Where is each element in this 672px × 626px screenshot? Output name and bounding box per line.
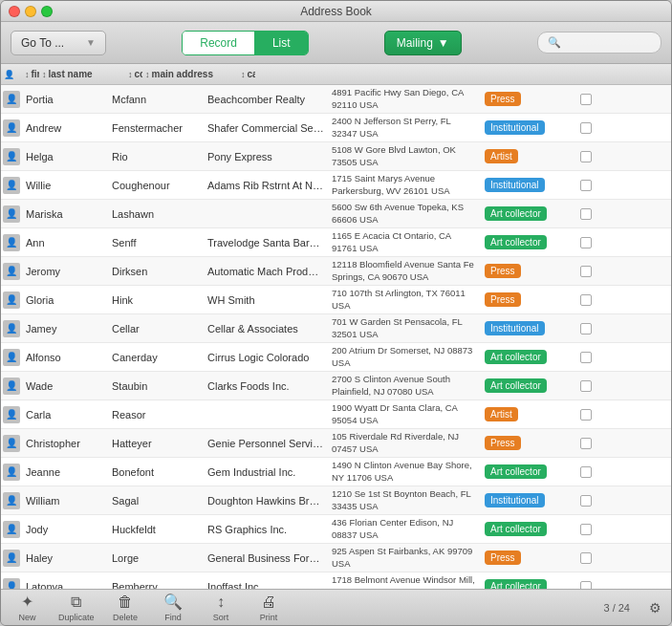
row-checkbox[interactable] xyxy=(580,552,592,564)
th-lastname[interactable]: ↕ last name xyxy=(39,69,125,79)
th-company[interactable]: ↕ company xyxy=(125,69,142,79)
table-row[interactable]: 👤AndrewFenstermacherShafer Commercial Se… xyxy=(1,114,671,142)
cell-category: Artist xyxy=(481,405,576,423)
cell-lastname: Huckfeldt xyxy=(108,522,204,537)
cell-category: Press xyxy=(481,434,576,452)
cell-category: Art collector xyxy=(481,348,576,366)
row-checkbox[interactable] xyxy=(580,352,592,363)
list-button[interactable]: List xyxy=(255,32,308,54)
row-checkbox[interactable] xyxy=(580,208,592,220)
cell-firstname: Andrew xyxy=(22,120,108,136)
avatar-cell: 👤 xyxy=(1,576,22,590)
cell-lastname: Bonefont xyxy=(108,464,204,480)
table-row[interactable]: 👤AnnSenffTravelodge Santa Barbara Beach1… xyxy=(1,228,671,257)
cell-checkbox xyxy=(576,235,596,250)
row-checkbox[interactable] xyxy=(580,466,592,478)
cell-address: 105 Riverdale Rd Riverdale, NJ 07457 USA xyxy=(328,429,481,457)
row-checkbox[interactable] xyxy=(580,438,592,449)
table-row[interactable]: 👤AlfonsoCanerdayCirrus Logic Colorado200… xyxy=(1,343,671,372)
table-row[interactable]: 👤GloriaHinkWH Smith710 107th St Arlingto… xyxy=(1,286,671,314)
new-label: New xyxy=(18,613,35,622)
statusbar: ✦ New ⧉ Duplicate 🗑 Delete 🔍 Find ↕ Sort… xyxy=(1,589,671,625)
record-button[interactable]: Record xyxy=(183,32,255,54)
table-row[interactable]: 👤JeanneBonefontGem Industrial Inc.1490 N… xyxy=(1,458,671,486)
row-checkbox[interactable] xyxy=(580,294,592,306)
cell-firstname: Willie xyxy=(22,178,108,193)
category-badge: Art collector xyxy=(485,235,547,249)
table-row[interactable]: 👤JeromyDirksenAutomatic Mach Products In… xyxy=(1,257,671,286)
th-address[interactable]: ↕ main address xyxy=(142,69,238,79)
row-checkbox[interactable] xyxy=(580,524,592,535)
goto-button[interactable]: Go To ... ▼ xyxy=(11,31,106,55)
table-row[interactable]: 👤WilliamSagalDoughton Hawkins Broockelma… xyxy=(1,486,671,515)
cell-checkbox xyxy=(576,464,596,480)
category-badge: Artist xyxy=(485,407,518,421)
close-button[interactable] xyxy=(9,6,20,17)
table-row[interactable]: 👤JameyCellarCellar & Associates701 W Gar… xyxy=(1,314,671,343)
avatar: 👤 xyxy=(3,578,20,590)
row-checkbox[interactable] xyxy=(580,237,592,248)
table-row[interactable]: 👤PortiaMcfannBeachcomber Realty4891 Paci… xyxy=(1,85,671,114)
mailing-button[interactable]: Mailing ▼ xyxy=(384,31,462,55)
cell-company: Cirrus Logic Colorado xyxy=(204,350,328,365)
row-checkbox[interactable] xyxy=(580,581,592,590)
minimize-button[interactable] xyxy=(25,6,36,17)
row-checkbox[interactable] xyxy=(580,151,592,162)
avatar-cell: 👤 xyxy=(1,548,22,569)
cell-address: 1900 Wyatt Dr Santa Clara, CA 95054 USA xyxy=(328,400,481,428)
avatar-cell: 👤 xyxy=(1,204,22,225)
row-checkbox[interactable] xyxy=(580,323,592,335)
table-row[interactable]: 👤ChristopherHatteyerGenie Personnel Serv… xyxy=(1,429,671,458)
cell-firstname: Wade xyxy=(22,378,108,394)
cell-checkbox xyxy=(576,493,596,508)
table-row[interactable]: 👤HelgaRioPony Express5108 W Gore Blvd La… xyxy=(1,142,671,171)
avatar-cell: 👤 xyxy=(1,462,22,483)
settings-button[interactable]: ⚙ xyxy=(649,600,661,615)
cell-firstname: Carla xyxy=(22,407,108,422)
th-category[interactable]: ↕ category xyxy=(238,69,255,79)
category-badge: Institutional xyxy=(485,321,545,335)
table-row[interactable]: 👤LatonyaBemberryInoffast Inc.1718 Belmon… xyxy=(1,572,671,589)
table-row[interactable]: 👤WadeStaubinClarks Foods Inc.2700 S Clin… xyxy=(1,372,671,400)
category-badge: Art collector xyxy=(485,579,547,589)
avatar: 👤 xyxy=(3,91,20,108)
new-button[interactable]: ✦ New xyxy=(11,593,44,622)
avatar: 👤 xyxy=(3,205,20,223)
category-badge: Art collector xyxy=(485,464,547,479)
duplicate-button[interactable]: ⧉ Duplicate xyxy=(58,594,95,622)
find-button[interactable]: 🔍 Find xyxy=(157,593,190,622)
duplicate-icon: ⧉ xyxy=(71,594,81,611)
avatar-cell: 👤 xyxy=(1,89,22,110)
maximize-button[interactable] xyxy=(41,6,53,17)
row-checkbox[interactable] xyxy=(580,409,592,421)
cell-address: 1490 N Clinton Avenue Bay Shore, NY 1170… xyxy=(328,458,481,486)
cell-checkbox xyxy=(576,292,596,308)
search-icon: 🔍 xyxy=(548,36,561,49)
delete-button[interactable]: 🗑 Delete xyxy=(109,594,142,622)
row-checkbox[interactable] xyxy=(580,266,592,277)
row-checkbox[interactable] xyxy=(580,495,592,507)
row-checkbox[interactable] xyxy=(580,94,592,105)
row-checkbox[interactable] xyxy=(580,122,592,134)
cell-lastname: Canerday xyxy=(108,350,204,365)
avatar: 👤 xyxy=(3,492,20,509)
th-firstname[interactable]: ↕ first name xyxy=(22,69,39,79)
titlebar: Address Book xyxy=(1,1,671,22)
cell-checkbox xyxy=(576,407,596,422)
cell-firstname: Latonya xyxy=(22,579,108,590)
cell-category: Press xyxy=(481,291,576,309)
row-checkbox[interactable] xyxy=(580,380,592,392)
print-button[interactable]: 🖨 Print xyxy=(252,594,286,622)
row-checkbox[interactable] xyxy=(580,180,592,191)
table-row[interactable]: 👤CarlaReasor1900 Wyatt Dr Santa Clara, C… xyxy=(1,400,671,429)
search-box[interactable]: 🔍 xyxy=(537,32,661,54)
table-row[interactable]: 👤WillieCoughenourAdams Rib Rstrnt At Nor… xyxy=(1,171,671,200)
cell-company: Doughton Hawkins Broockelman xyxy=(204,493,328,508)
table-row[interactable]: 👤JodyHuckfeldtRS Graphics Inc.436 Floria… xyxy=(1,515,671,544)
table-row[interactable]: 👤MariskaLashawn5600 Sw 6th Avenue Topeka… xyxy=(1,200,671,228)
category-badge: Institutional xyxy=(485,120,545,135)
table-row[interactable]: 👤HaleyLorgeGeneral Business Forms Inc.92… xyxy=(1,544,671,572)
sort-button[interactable]: ↕ Sort xyxy=(205,594,238,622)
cell-address: 1210 Se 1st St Boynton Beach, FL 33435 U… xyxy=(328,486,481,514)
category-badge: Press xyxy=(485,264,521,278)
